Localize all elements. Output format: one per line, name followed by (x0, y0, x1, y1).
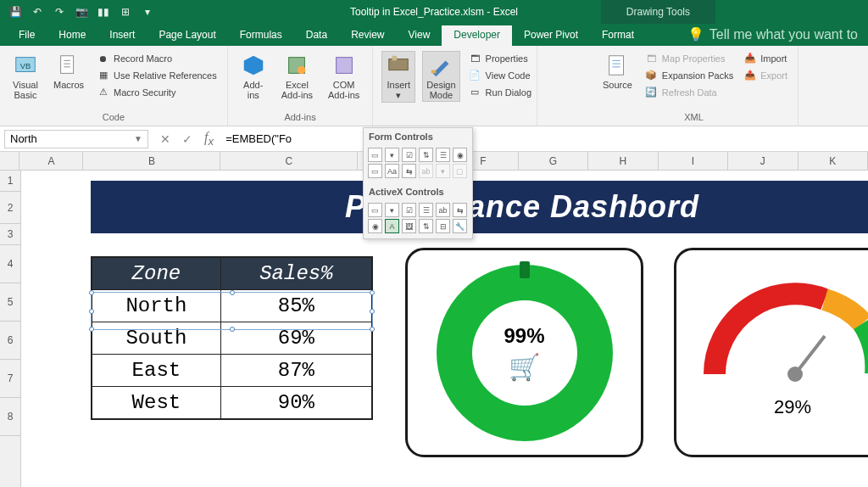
macros-button[interactable]: Macros (49, 51, 88, 92)
controls-icon[interactable]: ⊞ (119, 5, 132, 19)
row-header[interactable]: 5 (0, 283, 20, 322)
view-code-button[interactable]: 📄View Code (467, 68, 533, 82)
tab-power-pivot[interactable]: Power Pivot (512, 25, 590, 46)
ax-image-icon[interactable]: 🖼 (402, 219, 416, 233)
macro-security-button[interactable]: ⚠Macro Security (95, 85, 219, 99)
form-group-icon[interactable]: ▭ (368, 164, 382, 178)
row-header[interactable]: 2 (0, 192, 20, 224)
tab-page-layout[interactable]: Page Layout (147, 25, 227, 46)
row-header[interactable]: 8 (0, 398, 20, 436)
com-addins-button[interactable]: COM Add-ins (324, 51, 364, 102)
row-header[interactable]: 7 (0, 360, 20, 398)
fx-icon[interactable]: fx (204, 130, 214, 148)
column-header[interactable]: A (19, 152, 83, 170)
group-code-label: Code (8, 112, 219, 124)
ax-checkbox-icon[interactable]: ☑ (402, 203, 416, 217)
expansion-icon: 📦 (645, 69, 658, 81)
source-button[interactable]: Source (598, 51, 637, 92)
use-relative-refs-button[interactable]: ▦Use Relative References (95, 68, 219, 82)
tab-review[interactable]: Review (339, 25, 396, 46)
form-label-icon[interactable]: Aa (385, 164, 399, 178)
row-header[interactable]: 3 (0, 224, 20, 245)
column-header[interactable]: J (728, 152, 798, 170)
ax-button-icon[interactable]: ▭ (368, 203, 382, 217)
formula-input[interactable] (222, 130, 868, 148)
row-header[interactable]: 6 (0, 322, 20, 360)
column-header[interactable]: H (588, 152, 658, 170)
redo-icon[interactable]: ↷ (53, 5, 66, 19)
ax-textbox-icon[interactable]: ab (436, 203, 450, 217)
visual-basic-button[interactable]: VB Visual Basic (8, 51, 42, 102)
form-text-icon[interactable]: ab (419, 164, 433, 178)
ax-toggle-icon[interactable]: ⊟ (436, 219, 450, 233)
row-header[interactable]: 4 (0, 245, 20, 283)
ax-scroll-icon[interactable]: ⇆ (453, 203, 467, 217)
undo-icon[interactable]: ↶ (31, 5, 44, 19)
cart-icon: 🛒 (504, 352, 544, 382)
tab-data[interactable]: Data (294, 25, 339, 46)
form-frame-icon[interactable]: ▢ (453, 164, 467, 178)
design-mode-button[interactable]: Design Mode (422, 51, 459, 102)
tab-developer[interactable]: Developer (442, 25, 512, 46)
ax-combo-icon[interactable]: ▾ (385, 203, 399, 217)
record-icon: ⏺ (97, 52, 109, 64)
svg-text:VB: VB (20, 62, 31, 70)
insert-controls-button[interactable]: Insert▾ (381, 51, 415, 103)
column-header[interactable]: K (798, 152, 868, 170)
name-box[interactable]: North ▼ (4, 130, 148, 148)
refresh-label: Refresh Data (662, 87, 717, 98)
properties-icon: 🗔 (469, 52, 481, 64)
expansion-packs-button[interactable]: 📦Expansion Packs (643, 68, 735, 82)
tab-format[interactable]: Format (590, 25, 646, 46)
group-controls: Insert▾ Design Mode 🗔Properties 📄View Co… (373, 46, 537, 126)
ax-spin-icon[interactable]: ⇅ (419, 219, 433, 233)
addins-label: Add- ins (243, 80, 263, 100)
column-header[interactable]: C (220, 152, 358, 170)
svg-marker-3 (243, 56, 263, 76)
chart-icon[interactable]: ▮▮ (97, 5, 110, 19)
column-header[interactable]: I (659, 152, 728, 170)
ax-option-icon[interactable]: ◉ (368, 219, 382, 233)
use-relative-label: Use Relative References (114, 70, 217, 81)
selected-control-outline[interactable] (91, 292, 373, 330)
form-combo2-icon[interactable]: ▾ (436, 164, 450, 178)
enter-formula-icon[interactable]: ✓ (182, 132, 192, 146)
tab-file[interactable]: File (7, 25, 47, 46)
select-all-corner[interactable] (0, 152, 19, 170)
form-listbox-icon[interactable]: ☰ (436, 148, 450, 162)
tab-view[interactable]: View (397, 25, 442, 46)
name-box-dropdown-icon[interactable]: ▼ (134, 134, 142, 143)
cancel-formula-icon[interactable]: ✕ (160, 132, 170, 146)
ax-listbox-icon[interactable]: ☰ (419, 203, 433, 217)
tell-me-label: Tell me what you want to (709, 27, 858, 42)
run-dialog-button[interactable]: ▭Run Dialog (467, 85, 533, 99)
column-header[interactable]: G (519, 152, 588, 170)
ax-label-icon[interactable]: A (385, 219, 399, 233)
record-macro-button[interactable]: ⏺Record Macro (95, 51, 219, 65)
window-title: Tooltip in Excel_Practice.xlsm - Excel (350, 6, 518, 18)
group-addins-label: Add-ins (236, 112, 364, 124)
save-icon[interactable]: 💾 (8, 5, 22, 19)
addins-button[interactable]: Add- ins (236, 51, 270, 102)
qat-dropdown-icon[interactable]: ▾ (141, 5, 154, 19)
column-header[interactable]: B (83, 152, 220, 170)
form-scroll-icon[interactable]: ⇆ (402, 164, 416, 178)
excel-addins-button[interactable]: Excel Add-ins (277, 51, 317, 102)
form-button-icon[interactable]: ▭ (368, 148, 382, 162)
tab-home[interactable]: Home (47, 25, 97, 46)
form-checkbox-icon[interactable]: ☑ (402, 148, 416, 162)
map-properties-button: 🗔Map Properties (643, 51, 735, 65)
form-spin-icon[interactable]: ⇅ (419, 148, 433, 162)
svg-rect-8 (392, 56, 398, 61)
tell-me-search[interactable]: 💡 Tell me what you want to (677, 23, 868, 46)
ax-more-icon[interactable]: 🔧 (453, 219, 467, 233)
camera-icon[interactable]: 📷 (75, 5, 88, 19)
row-header[interactable]: 1 (0, 171, 20, 192)
properties-button[interactable]: 🗔Properties (467, 51, 533, 65)
form-combo-icon[interactable]: ▾ (385, 148, 399, 162)
activex-controls-grid: ▭ ▾ ☑ ☰ ab ⇆ ◉ A 🖼 ⇅ ⊟ 🔧 (364, 200, 472, 238)
tab-formulas[interactable]: Formulas (228, 25, 294, 46)
import-button[interactable]: 📥Import (742, 51, 789, 65)
tab-insert[interactable]: Insert (97, 25, 147, 46)
form-option-icon[interactable]: ◉ (453, 148, 467, 162)
